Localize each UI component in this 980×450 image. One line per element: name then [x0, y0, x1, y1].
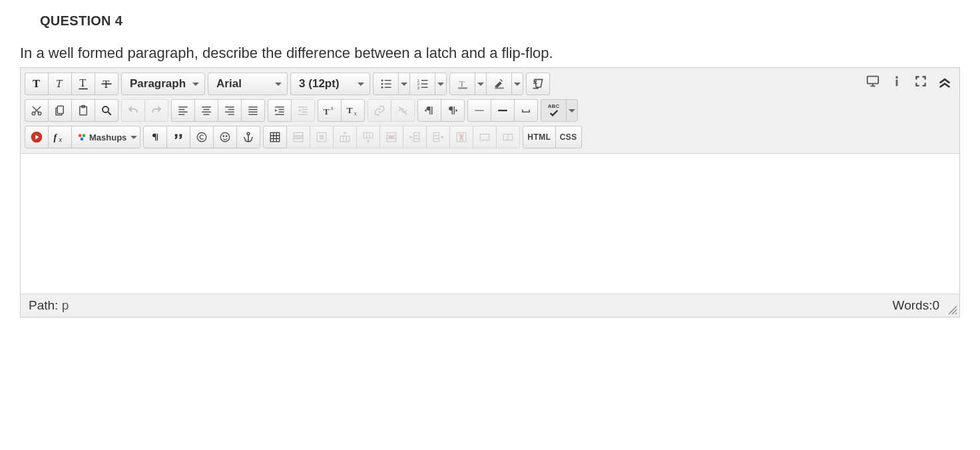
css-label: CSS [560, 132, 577, 142]
text-color-button[interactable]: T [449, 73, 487, 95]
info-icon[interactable] [887, 72, 906, 91]
svg-rect-33 [178, 114, 184, 115]
unlink-button[interactable] [391, 99, 415, 122]
number-list-button[interactable]: 123 [409, 73, 447, 95]
svg-rect-51 [302, 109, 308, 111]
svg-rect-53 [298, 114, 308, 115]
table-insert-col-before-button[interactable] [403, 126, 427, 148]
mashups-button[interactable]: Mashups [71, 126, 140, 148]
svg-point-66 [198, 132, 207, 142]
align-center-button[interactable] [194, 99, 218, 122]
svg-point-67 [221, 132, 230, 142]
svg-rect-80 [434, 132, 439, 142]
redo-button[interactable] [144, 99, 168, 122]
font-size-select-label: 3 (12pt) [299, 77, 339, 91]
table-split-button[interactable] [496, 126, 520, 148]
css-button[interactable]: CSS [555, 126, 582, 148]
strikethrough-button[interactable]: T [95, 73, 119, 95]
highlight-color-button[interactable] [486, 73, 523, 95]
superscript-button[interactable]: Tx [318, 99, 342, 122]
fullscreen-icon[interactable] [911, 72, 930, 91]
clear-formatting-button[interactable] [526, 73, 550, 95]
italic-button[interactable]: T [48, 73, 72, 95]
spellcheck-button[interactable]: ABC [541, 99, 578, 122]
table-insert-row-after-button[interactable] [356, 126, 380, 148]
table-cell-props-button[interactable] [310, 126, 334, 148]
table-delete-row-button[interactable] [379, 126, 403, 148]
svg-rect-2 [896, 80, 898, 87]
anchor-button[interactable] [236, 126, 260, 148]
underline-button[interactable]: T [71, 73, 95, 95]
svg-rect-31 [178, 109, 184, 111]
table-insert-button[interactable] [263, 126, 287, 148]
table-merge-button[interactable] [473, 126, 497, 148]
emoji-button[interactable] [213, 126, 237, 148]
undo-button[interactable] [121, 99, 145, 122]
toolbar-row-3: fx Mashups [25, 124, 955, 150]
rtl-button[interactable] [441, 99, 465, 122]
align-left-button[interactable] [171, 99, 195, 122]
hr-thin-button[interactable] [467, 99, 491, 122]
bullet-list-button[interactable] [373, 73, 410, 95]
editor-content-area[interactable] [21, 154, 959, 294]
svg-rect-12 [384, 80, 391, 81]
preview-icon[interactable] [863, 72, 882, 91]
subscript-button[interactable]: Tx [341, 99, 365, 122]
table-row-props-button[interactable] [286, 126, 310, 148]
find-button[interactable] [95, 99, 119, 122]
indent-button[interactable] [268, 99, 292, 122]
svg-rect-49 [275, 114, 284, 115]
status-path-value[interactable]: p [62, 298, 69, 312]
copy-button[interactable] [48, 99, 72, 122]
svg-point-29 [103, 107, 109, 112]
blockquote-button[interactable] [166, 126, 190, 148]
math-fx-button[interactable]: fx [48, 126, 72, 148]
table-insert-row-before-button[interactable] [333, 126, 357, 148]
table-delete-col-button[interactable] [449, 126, 473, 148]
svg-text:T: T [347, 105, 353, 115]
collapse-icon[interactable] [935, 72, 954, 91]
svg-text:x: x [354, 111, 358, 117]
format-select[interactable]: Paragraph [121, 73, 205, 95]
symbol-copyright-button[interactable] [190, 126, 214, 148]
html-button[interactable]: HTML [523, 126, 555, 148]
align-justify-button[interactable] [241, 99, 265, 122]
svg-rect-26 [57, 106, 63, 113]
font-size-select[interactable]: 3 (12pt) [290, 73, 370, 95]
paste-button[interactable] [71, 99, 95, 122]
svg-point-10 [381, 83, 383, 85]
status-path: Path: p [29, 298, 69, 313]
svg-text:f: f [54, 132, 58, 142]
svg-rect-71 [271, 132, 280, 142]
media-play-button[interactable] [25, 126, 49, 148]
status-words-value: 0 [932, 298, 939, 312]
svg-rect-0 [867, 77, 879, 84]
svg-rect-18 [421, 80, 427, 81]
svg-text:x: x [331, 105, 334, 111]
spellcheck-abc-label: ABC [548, 104, 559, 109]
chevron-down-icon [514, 83, 521, 86]
hr-thick-button[interactable] [491, 99, 515, 122]
svg-point-68 [223, 136, 224, 137]
ltr-button[interactable] [417, 99, 441, 122]
link-button[interactable] [368, 99, 391, 122]
question-prompt: In a well formed paragraph, describe the… [20, 45, 960, 62]
resize-handle[interactable] [947, 305, 958, 316]
svg-rect-79 [414, 132, 419, 142]
svg-point-9 [381, 79, 383, 81]
table-insert-col-after-button[interactable] [426, 126, 450, 148]
font-select[interactable]: Arial [208, 73, 288, 95]
svg-rect-14 [384, 87, 391, 89]
show-blocks-button[interactable] [143, 126, 167, 148]
svg-rect-38 [225, 107, 234, 108]
align-right-button[interactable] [218, 99, 242, 122]
bold-button[interactable]: T [25, 73, 49, 95]
toolbar-row-1: T T T T Paragraph Ari [25, 71, 955, 97]
cut-button[interactable] [25, 99, 49, 122]
chevron-down-icon [358, 83, 364, 86]
svg-text:T: T [459, 79, 465, 89]
svg-rect-82 [481, 134, 490, 140]
outdent-button[interactable] [291, 99, 315, 122]
status-path-label: Path: [29, 298, 58, 312]
nbsp-button[interactable] [514, 99, 538, 122]
